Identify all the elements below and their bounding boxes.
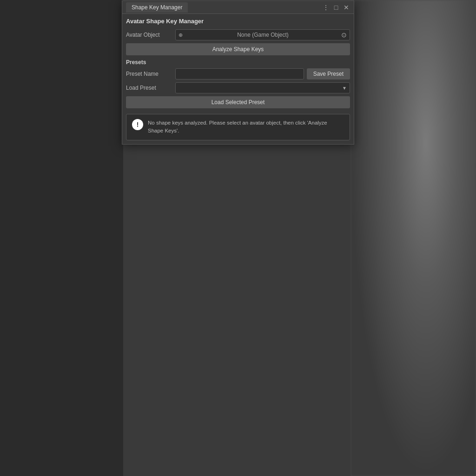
- background-left: [0, 0, 123, 476]
- presets-section-label: Presets: [126, 59, 350, 66]
- background-right: [350, 0, 476, 476]
- window-header: Avatar Shape Key Manager: [126, 18, 350, 25]
- shape-key-manager-window: Shape Key Manager ⋮ □ ✕ Avatar Shape Key…: [122, 0, 354, 145]
- window-title: Shape Key Manager: [126, 2, 188, 13]
- close-icon[interactable]: ✕: [343, 4, 350, 11]
- target-icon[interactable]: ⊙: [341, 31, 347, 39]
- preset-name-row: Preset Name Save Preset: [126, 68, 350, 79]
- dots-icon[interactable]: ⋮: [322, 4, 330, 11]
- avatar-object-value: None (Game Object): [237, 32, 289, 38]
- avatar-object-label: Avatar Object: [126, 32, 172, 38]
- warning-icon: !: [132, 119, 143, 130]
- load-preset-row: Load Preset ▼: [126, 82, 350, 93]
- window-content: Avatar Shape Key Manager Avatar Object ⊕…: [122, 14, 354, 144]
- load-selected-preset-button[interactable]: Load Selected Preset: [126, 96, 350, 108]
- title-bar-controls: ⋮ □ ✕: [322, 4, 350, 11]
- title-bar: Shape Key Manager ⋮ □ ✕: [122, 1, 354, 14]
- analyze-shape-keys-button[interactable]: Analyze Shape Keys: [126, 43, 350, 55]
- avatar-object-field[interactable]: ⊕ None (Game Object) ⊙: [175, 29, 350, 40]
- load-preset-label: Load Preset: [126, 85, 172, 91]
- load-preset-dropdown[interactable]: ▼: [175, 82, 350, 93]
- save-preset-button[interactable]: Save Preset: [307, 68, 350, 79]
- info-message-box: ! No shape keys analyzed. Please select …: [126, 114, 350, 140]
- avatar-object-row: Avatar Object ⊕ None (Game Object) ⊙: [126, 29, 350, 40]
- title-bar-left: Shape Key Manager: [126, 2, 188, 13]
- minimize-icon[interactable]: □: [332, 4, 340, 11]
- info-message-text: No shape keys analyzed. Please select an…: [148, 119, 344, 135]
- preset-name-input[interactable]: [175, 68, 304, 79]
- preset-name-label: Preset Name: [126, 71, 172, 77]
- chevron-down-icon: ▼: [342, 86, 347, 91]
- game-object-icon: ⊕: [178, 32, 183, 38]
